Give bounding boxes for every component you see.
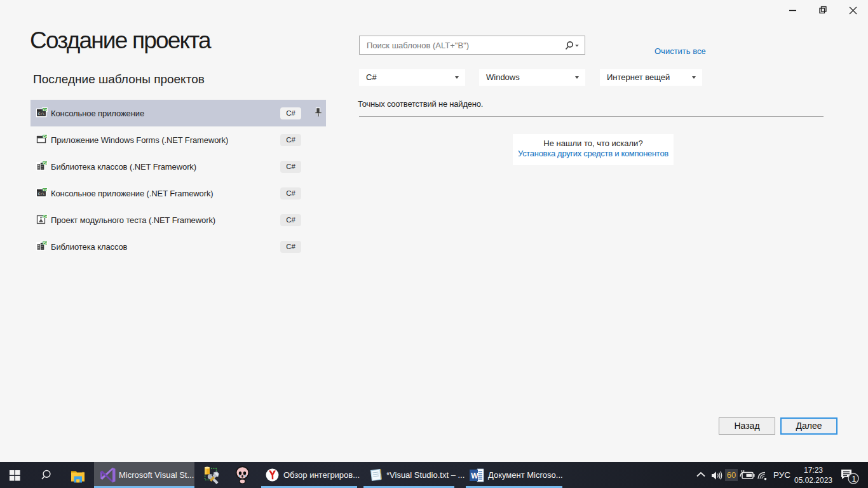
svg-text:C#: C# [43,135,48,139]
svg-text:C#: C# [43,161,48,165]
svg-text:C#: C# [43,215,48,219]
svg-text:C#: C# [43,188,48,192]
svg-text:W: W [471,471,478,480]
svg-text:C:\: C:\ [38,192,44,196]
svg-text:C#: C# [43,108,48,112]
svg-text:C:\: C:\ [38,112,44,116]
svg-text:C#: C# [43,241,48,245]
svg-text:1: 1 [852,475,857,484]
